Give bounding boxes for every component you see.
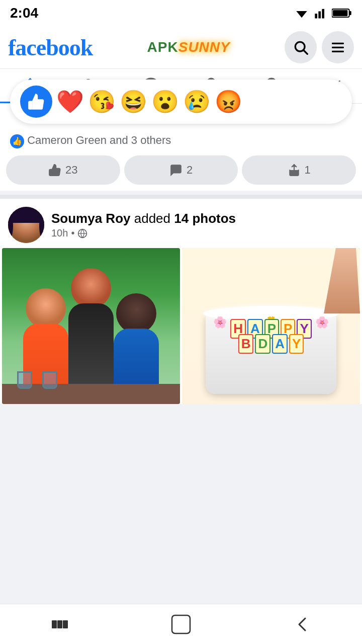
- search-button[interactable]: [285, 31, 317, 63]
- post-likers-text: 👍 Cameron Green and 3 others: [10, 134, 171, 146]
- apksunny-logo: APKSUNNY: [99, 39, 279, 55]
- svg-rect-11: [332, 51, 344, 52]
- wifi-icon: [294, 7, 310, 19]
- status-bar: 2:04: [0, 0, 362, 26]
- like-icon: [48, 164, 61, 177]
- comment-count: 2: [187, 164, 193, 177]
- like-count: 23: [65, 164, 77, 177]
- svg-rect-2: [318, 12, 321, 19]
- svg-rect-23: [172, 615, 190, 633]
- svg-marker-0: [296, 11, 307, 18]
- battery-icon: [332, 7, 352, 19]
- status-icons: [294, 7, 352, 19]
- like-button[interactable]: 23: [6, 155, 120, 185]
- header-actions: [285, 31, 354, 63]
- reactions-bar: ❤️ 😘 😆 😮 😢 😡: [10, 79, 352, 124]
- post-author-name: Soumya Roy added 14 photos: [51, 211, 354, 226]
- haha-emoji[interactable]: 😆: [120, 91, 147, 113]
- svg-line-8: [304, 50, 307, 54]
- svg-rect-22: [63, 620, 68, 628]
- status-time: 2:04: [10, 5, 38, 21]
- globe-icon: [77, 228, 87, 238]
- svg-rect-5: [349, 11, 351, 15]
- love-emoji[interactable]: ❤️: [56, 91, 84, 113]
- svg-rect-1: [315, 14, 317, 18]
- facebook-logo: facebook: [8, 34, 93, 61]
- photo-grid: 🌸 🌸 🌼 H A P P Y B D A Y: [0, 248, 362, 404]
- photo-2[interactable]: 🌸 🌸 🌼 H A P P Y B D A Y: [182, 248, 360, 404]
- home-nav-icon: [171, 614, 191, 634]
- comment-icon: [169, 164, 183, 177]
- menu-button[interactable]: [322, 31, 354, 63]
- svg-rect-9: [332, 43, 344, 44]
- post-card-1: APKSUNNY.COM ❤️ 😘 😆 😮 😢 😡 👍 Cameron Gree…: [0, 104, 362, 191]
- back-button[interactable]: [278, 610, 326, 638]
- svg-rect-10: [332, 47, 344, 48]
- svg-rect-21: [57, 620, 62, 628]
- like-reaction-button[interactable]: [20, 86, 52, 118]
- thumbs-up-icon: [27, 92, 46, 111]
- svg-rect-20: [52, 620, 57, 628]
- post-actions: 23 2 1: [0, 153, 362, 191]
- svg-rect-3: [322, 9, 324, 19]
- sad-emoji[interactable]: 😢: [183, 91, 211, 113]
- apksunny-text: APKSUNNY: [147, 39, 230, 55]
- svg-rect-6: [333, 10, 347, 16]
- bottom-spacer: [0, 408, 362, 453]
- hamburger-icon: [330, 39, 346, 55]
- post-meta-2: Soumya Roy added 14 photos 10h •: [51, 211, 354, 239]
- recents-icon: [51, 615, 69, 633]
- post-time: 10h •: [51, 227, 354, 239]
- home-button[interactable]: [156, 609, 206, 639]
- angry-emoji[interactable]: 😡: [215, 91, 242, 113]
- share-count: 1: [305, 164, 311, 177]
- bottom-nav: [0, 604, 362, 644]
- share-icon: [288, 164, 301, 177]
- app-header: facebook APKSUNNY: [0, 26, 362, 69]
- sunny-label: SUNNY: [178, 39, 230, 55]
- recents-button[interactable]: [36, 610, 84, 638]
- signal-icon: [314, 7, 328, 19]
- feed-divider: [0, 195, 362, 199]
- kiss-emoji[interactable]: 😘: [88, 91, 116, 113]
- comment-button[interactable]: 2: [124, 155, 238, 185]
- wow-emoji[interactable]: 😮: [151, 91, 179, 113]
- back-icon: [293, 615, 311, 633]
- apk-label: APK: [147, 39, 178, 55]
- share-button[interactable]: 1: [242, 155, 356, 185]
- post-header-2: Soumya Roy added 14 photos 10h •: [0, 199, 362, 248]
- post-card-2: Soumya Roy added 14 photos 10h •: [0, 199, 362, 404]
- post-action-text: added: [134, 211, 174, 226]
- post-author-avatar[interactable]: [8, 207, 44, 243]
- photo-1[interactable]: [2, 248, 180, 404]
- search-icon: [293, 39, 309, 55]
